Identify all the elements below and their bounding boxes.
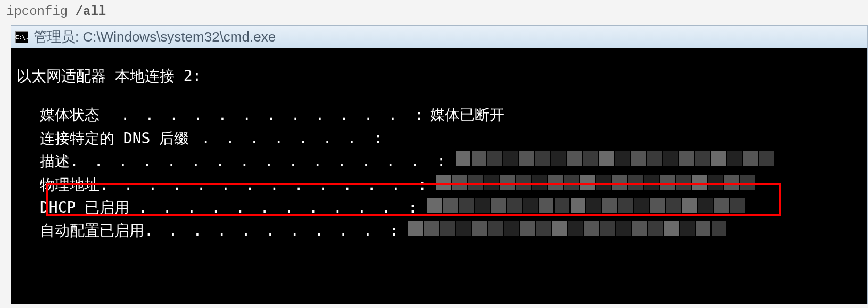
terminal-row-label: 物理地址	[40, 173, 100, 196]
command-line: ipconfig /all	[0, 0, 868, 23]
terminal-row: 媒体状态 . . . . . . . . . . . . :媒体已断开	[40, 103, 862, 126]
command-text: ipconfig	[6, 4, 76, 19]
terminal-row-label: 自动配置已启用	[40, 219, 144, 242]
window-title: 管理员: C:\Windows\system32\cmd.exe	[34, 28, 276, 46]
terminal-row-dots: . . . . . . .	[189, 127, 371, 150]
terminal-row-separator: :	[374, 127, 383, 150]
redacted-value	[427, 198, 745, 213]
redacted-value	[436, 175, 755, 190]
terminal-row: 连接特定的 DNS 后缀 . . . . . . . :	[40, 127, 862, 150]
terminal-row: 物理地址. . . . . . . . . . . . . :	[40, 173, 862, 196]
terminal-row-separator: :	[437, 150, 446, 173]
terminal-row-value: 媒体已断开	[430, 103, 505, 126]
terminal-row-dots: . . . . . . . . . .	[144, 219, 387, 242]
command-flag: /all	[76, 4, 106, 19]
terminal-output[interactable]: 以太网适配器 本地连接 2: 媒体状态 . . . . . . . . . . …	[11, 48, 868, 304]
terminal-row-separator: :	[390, 219, 399, 242]
terminal-row-label: DHCP 已启用	[40, 196, 138, 219]
redacted-value	[408, 221, 726, 236]
terminal-row-separator: :	[408, 196, 417, 219]
terminal-row-label: 媒体状态	[40, 103, 109, 126]
terminal-row-separator: :	[415, 103, 424, 126]
terminal-row-dots: . . . . . . . . . . .	[138, 196, 406, 219]
terminal-row-separator: :	[418, 173, 427, 196]
terminal-row: DHCP 已启用 . . . . . . . . . . . :	[40, 196, 862, 219]
terminal-row: 描述. . . . . . . . . . . . . . . :	[40, 150, 862, 173]
cmd-icon: C:\.	[15, 31, 28, 43]
terminal-row-dots: . . . . . . . . . . . . . . .	[70, 150, 435, 173]
terminal-row-label: 连接特定的 DNS 后缀	[40, 127, 189, 150]
terminal-row-label: 描述	[40, 150, 70, 173]
cmd-window: C:\. 管理员: C:\Windows\system32\cmd.exe 以太…	[11, 25, 868, 304]
terminal-row-dots: . . . . . . . . . . . .	[109, 103, 412, 126]
window-titlebar[interactable]: C:\. 管理员: C:\Windows\system32\cmd.exe	[11, 25, 868, 48]
adapter-header: 以太网适配器 本地连接 2:	[16, 64, 862, 87]
terminal-row-dots: . . . . . . . . . . . . .	[100, 173, 416, 196]
redacted-value	[456, 151, 774, 166]
terminal-row: 自动配置已启用. . . . . . . . . . :	[40, 219, 862, 242]
